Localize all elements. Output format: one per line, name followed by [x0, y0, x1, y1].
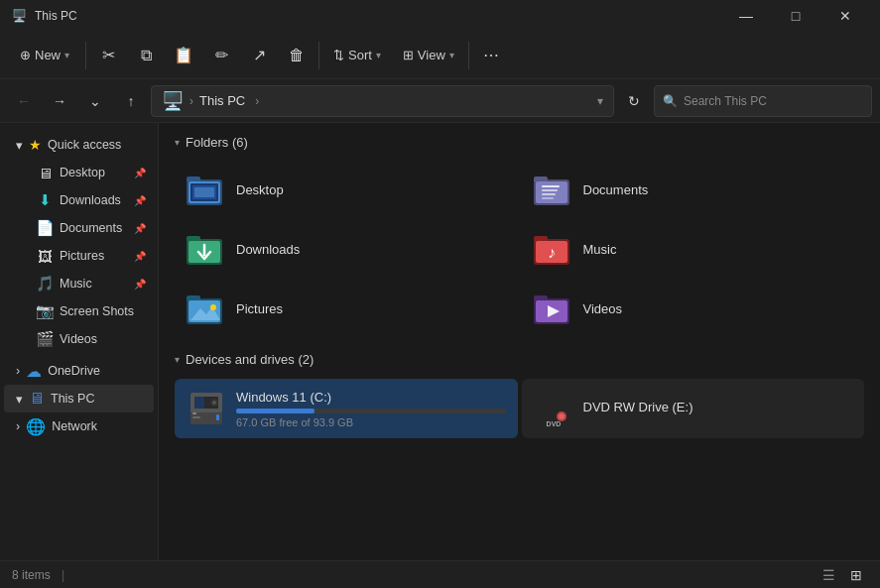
forward-button[interactable]: →	[44, 85, 75, 117]
pictures-folder-name: Pictures	[236, 301, 283, 316]
sidebar-item-downloads[interactable]: ⬇ Downloads 📌	[4, 186, 154, 214]
paste-button[interactable]: 📋	[166, 38, 201, 73]
sidebar-item-music[interactable]: 🎵 Music 📌	[4, 270, 154, 297]
toolbar-separator-3	[468, 42, 469, 69]
quick-access-label: Quick access	[48, 138, 121, 152]
folder-desktop[interactable]: Desktop	[175, 162, 518, 217]
videos-folder-icon-wrap	[534, 289, 573, 328]
address-arrow: ›	[189, 94, 193, 108]
devices-section-header[interactable]: ▾ Devices and drives (2)	[175, 352, 864, 367]
back-button[interactable]: ←	[8, 85, 40, 117]
folder-videos[interactable]: Videos	[522, 281, 865, 336]
svg-rect-9	[542, 185, 560, 187]
sidebar-item-desktop[interactable]: 🖥 Desktop 📌	[4, 159, 154, 186]
expand-history-button[interactable]: ⌄	[79, 85, 111, 117]
share-button[interactable]: ↗	[241, 38, 277, 73]
sidebar-screenshots-label: Screen Shots	[60, 304, 146, 318]
drive-c[interactable]: Windows 11 (C:) 67.0 GB free of 93.9 GB	[175, 379, 518, 438]
drives-grid: Windows 11 (C:) 67.0 GB free of 93.9 GB	[175, 379, 864, 438]
svg-text:DVD: DVD	[546, 420, 561, 427]
svg-rect-36	[192, 412, 196, 414]
network-header[interactable]: › 🌐 Network	[4, 412, 154, 440]
title-bar: 🖥️ This PC — □ ✕	[0, 0, 880, 32]
music-folder-icon: ♪	[534, 231, 573, 267]
screenshots-icon: 📷	[36, 302, 54, 320]
folders-section-header[interactable]: ▾ Folders (6)	[175, 135, 864, 150]
sidebar-item-pictures[interactable]: 🖼 Pictures 📌	[4, 242, 154, 270]
downloads-folder-icon-wrap	[187, 229, 226, 269]
rename-button[interactable]: ✏	[203, 38, 239, 73]
view-button[interactable]: ⊞ View ▾	[393, 36, 464, 75]
sidebar-item-documents[interactable]: 📄 Documents 📌	[4, 214, 154, 242]
folders-grid: Desktop Documents	[175, 162, 864, 336]
maximize-button[interactable]: □	[773, 0, 818, 32]
drive-c-info: Windows 11 (C:) 67.0 GB free of 93.9 GB	[236, 390, 506, 428]
close-button[interactable]: ✕	[822, 0, 868, 32]
documents-pin-icon: 📌	[134, 223, 146, 234]
more-button[interactable]: ⋯	[473, 38, 509, 73]
drive-e[interactable]: DVD DVD RW Drive (E:)	[522, 379, 865, 438]
quick-access-header[interactable]: ▾ ★ Quick access	[4, 131, 154, 159]
folder-pictures[interactable]: Pictures	[175, 281, 518, 336]
sort-chevron-icon: ▾	[376, 50, 381, 60]
sidebar-documents-label: Documents	[60, 221, 128, 235]
documents-icon: 📄	[36, 219, 54, 237]
address-input[interactable]: 🖥️ › This PC › ▾	[151, 85, 614, 117]
copy-button[interactable]: ⧉	[128, 38, 164, 73]
downloads-folder-icon	[187, 231, 226, 267]
sort-icon: ⇅	[333, 48, 344, 62]
drive-c-icon-wrap	[187, 389, 226, 428]
cut-button[interactable]: ✂	[90, 38, 126, 73]
documents-folder-icon	[534, 172, 573, 207]
svg-rect-38	[216, 414, 219, 420]
grid-view-button[interactable]: ⊞	[844, 563, 868, 587]
address-dropdown-icon[interactable]: ▾	[597, 94, 603, 108]
thispc-header[interactable]: ▾ 🖥 This PC	[4, 385, 154, 412]
svg-rect-8	[536, 181, 567, 203]
view-label: View	[418, 48, 445, 62]
folder-documents[interactable]: Documents	[522, 162, 865, 217]
documents-folder-icon-wrap	[534, 170, 573, 209]
documents-folder-name: Documents	[583, 182, 649, 197]
svg-rect-12	[542, 197, 554, 199]
delete-button[interactable]: 🗑	[279, 38, 314, 73]
sort-button[interactable]: ⇅ Sort ▾	[323, 36, 391, 75]
pictures-pin-icon: 📌	[134, 251, 146, 262]
up-button[interactable]: ↑	[115, 85, 147, 117]
onedrive-header[interactable]: › ☁ OneDrive	[4, 357, 154, 385]
desktop-folder-name: Desktop	[236, 182, 284, 197]
address-end-chevron: ›	[255, 94, 259, 108]
drive-c-icon	[187, 389, 226, 428]
new-label: New	[35, 48, 61, 62]
network-icon: 🌐	[26, 417, 46, 436]
drive-e-icon-wrap: DVD	[534, 389, 573, 428]
title-controls: — □ ✕	[723, 0, 868, 32]
window-title: This PC	[35, 9, 77, 23]
folders-section-label: Folders (6)	[186, 135, 248, 150]
sidebar: ▾ ★ Quick access 🖥 Desktop 📌 ⬇ Downloads…	[0, 123, 159, 560]
sort-label: Sort	[348, 48, 372, 62]
minimize-button[interactable]: —	[723, 0, 769, 32]
refresh-button[interactable]: ↻	[618, 85, 650, 117]
videos-icon: 🎬	[36, 330, 54, 348]
music-icon: 🎵	[36, 275, 54, 293]
downloads-icon: ⬇	[36, 191, 54, 209]
drive-c-bar-fill	[236, 409, 314, 413]
downloads-folder-name: Downloads	[236, 242, 300, 257]
sidebar-downloads-label: Downloads	[60, 193, 128, 207]
list-view-button[interactable]: ☰	[817, 563, 840, 587]
sidebar-item-screenshots[interactable]: 📷 Screen Shots	[4, 297, 154, 325]
music-folder-name: Music	[583, 242, 617, 257]
drive-c-bar-bg	[236, 409, 506, 413]
address-folder-icon: 🖥️	[162, 90, 184, 112]
onedrive-icon: ☁	[26, 362, 42, 381]
sidebar-item-videos[interactable]: 🎬 Videos	[4, 325, 154, 353]
folder-music[interactable]: ♪ Music	[522, 221, 865, 277]
new-button[interactable]: ⊕ New ▾	[8, 36, 81, 75]
search-box[interactable]: 🔍 Search This PC	[654, 85, 872, 117]
folder-downloads[interactable]: Downloads	[175, 221, 518, 277]
svg-rect-5	[194, 187, 214, 197]
drive-e-name: DVD RW Drive (E:)	[583, 400, 853, 414]
desktop-icon: 🖥	[36, 165, 54, 181]
drive-e-info: DVD RW Drive (E:)	[583, 400, 853, 418]
